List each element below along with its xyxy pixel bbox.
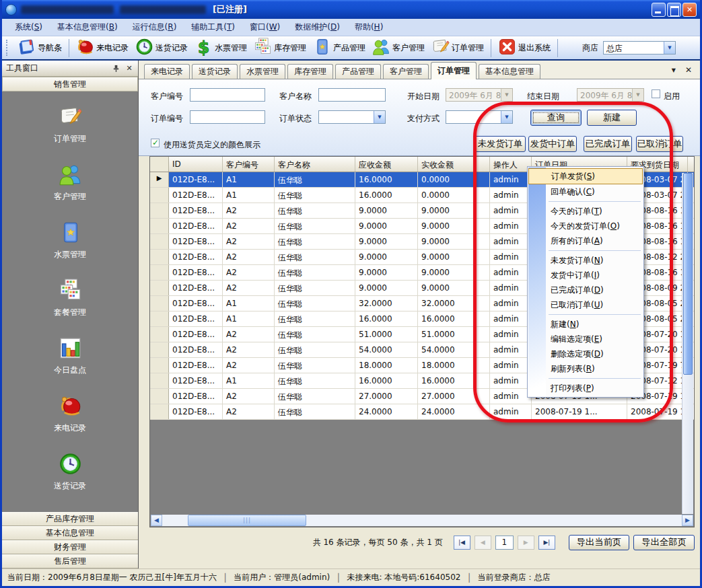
tab-close-icon[interactable]: ✕ — [685, 65, 692, 75]
horizontal-scrollbar-thumb[interactable]: ||| — [188, 515, 306, 526]
tab-基本信息管理[interactable]: 基本信息管理 — [479, 64, 540, 79]
column-header[interactable]: 实收金额 — [418, 157, 490, 172]
menubar-item[interactable]: 窗口(W) — [242, 19, 287, 36]
row-selector-cell[interactable] — [150, 342, 169, 357]
courier-color-checkbox[interactable] — [151, 139, 160, 147]
row-selector-cell[interactable] — [150, 373, 169, 388]
toolbar-button-alarm-bell[interactable]: 来电记录 — [73, 38, 132, 58]
sidebar-item-clock[interactable]: 送货记录 — [54, 452, 86, 492]
query-button[interactable]: 查询 — [530, 110, 582, 126]
row-selector-cell[interactable]: ▶ — [150, 172, 169, 187]
pay-method-select[interactable]: ▼ — [446, 110, 513, 124]
column-header[interactable]: 客户编号 — [223, 157, 275, 172]
order-no-input[interactable] — [190, 110, 265, 124]
toolbar-button-calendar-grid[interactable]: 库存管理 — [250, 38, 310, 58]
status-filter-button[interactable]: 已取消订单 — [636, 136, 683, 152]
scroll-left-icon[interactable]: ◀ — [151, 515, 162, 526]
first-page-button[interactable]: |◀ — [454, 536, 470, 550]
toolbar-button-exit-x[interactable]: 退出系统 — [495, 38, 554, 58]
sidebar-group-button[interactable]: 产品库存管理 — [2, 512, 138, 526]
status-filter-button[interactable]: 已完成订单 — [584, 136, 632, 152]
row-selector-cell[interactable] — [150, 219, 169, 233]
export-current-page-button[interactable]: 导出当前页 — [569, 535, 630, 550]
vertical-scrollbar-thumb[interactable] — [683, 173, 693, 375]
menubar-item[interactable]: 辅助工具(T) — [184, 19, 242, 36]
context-menu-item[interactable]: 打印列表(P) — [528, 381, 643, 396]
new-button[interactable]: 新建 — [587, 110, 637, 126]
table-row[interactable]: 012D-E8...A2伍华聪24.000024.0000admin2008-0… — [150, 404, 694, 420]
menubar-item[interactable]: 基本信息管理(B) — [50, 19, 125, 36]
row-selector-cell[interactable] — [150, 311, 169, 326]
toolbar-button-card-star[interactable]: 产品管理 — [310, 38, 369, 58]
column-header[interactable]: 客户名称 — [275, 157, 355, 172]
sidebar-group-button[interactable]: 售后管理 — [2, 554, 138, 568]
row-selector-cell[interactable] — [150, 327, 169, 342]
toolbar-button-order-pen[interactable]: 订单管理 — [428, 38, 487, 58]
toolbar-button-navigator-book[interactable]: 导航条 — [14, 38, 65, 58]
menubar-item[interactable]: 帮助(H) — [347, 19, 390, 36]
tab-来电记录[interactable]: 来电记录 — [144, 64, 190, 79]
row-selector-cell[interactable] — [150, 250, 169, 264]
row-selector-cell[interactable] — [150, 389, 169, 404]
minimize-button[interactable] — [652, 3, 666, 17]
status-filter-button[interactable]: 未发货订单 — [475, 136, 526, 152]
row-selector-cell[interactable] — [150, 296, 169, 311]
context-menu-item[interactable]: 未发货订单(N) — [528, 253, 643, 268]
context-menu-item[interactable]: 今天的发货订单(O) — [528, 219, 643, 233]
menubar-item[interactable]: 运行信息(R) — [125, 19, 184, 36]
enable-checkbox[interactable] — [652, 89, 660, 98]
sidebar-group-sales[interactable]: 销售管理 — [2, 77, 138, 91]
row-selector-cell[interactable] — [150, 281, 169, 295]
horizontal-scrollbar[interactable]: ◀ ||| ▶ — [151, 515, 693, 526]
column-header[interactable]: 操作人 — [490, 157, 532, 172]
context-menu-item[interactable]: 订单发货(S) — [528, 168, 643, 184]
order-status-select[interactable]: ▼ — [318, 110, 386, 124]
row-selector-cell[interactable] — [150, 404, 169, 419]
context-menu-item[interactable]: 今天的订单(T) — [528, 204, 643, 219]
context-menu-item[interactable]: 新建(N) — [528, 317, 643, 332]
maximize-button[interactable] — [667, 3, 681, 17]
context-menu-item[interactable]: 已完成订单(D) — [528, 283, 643, 297]
next-page-button[interactable]: ▶ — [518, 536, 534, 550]
sidebar-item-people[interactable]: 客户管理 — [54, 163, 86, 203]
tab-产品管理[interactable]: 产品管理 — [335, 64, 381, 79]
tab-list-dropdown-icon[interactable]: ▼ — [672, 67, 676, 73]
row-selector-cell[interactable] — [150, 188, 169, 203]
context-menu-item[interactable]: 所有的订单(A) — [528, 233, 643, 248]
scroll-right-icon[interactable]: ▶ — [682, 515, 693, 526]
shop-select[interactable]: 总店▼ — [603, 41, 676, 54]
sidebar-group-button[interactable]: 基本信息管理 — [2, 526, 138, 540]
context-menu-item[interactable]: 刷新列表(R) — [528, 361, 643, 376]
export-all-pages-button[interactable]: 导出全部页 — [633, 535, 695, 550]
sidebar-item-card-star[interactable]: 水票管理 — [54, 221, 86, 260]
tab-订单管理[interactable]: 订单管理 — [431, 62, 477, 79]
context-menu-item[interactable]: 发货中订单(I) — [528, 268, 643, 283]
context-menu-item[interactable]: 删除选定项(D) — [528, 346, 643, 361]
pin-icon[interactable] — [111, 64, 120, 73]
column-header[interactable]: ID — [169, 157, 223, 172]
row-selector-cell[interactable] — [150, 234, 169, 249]
customer-name-input[interactable] — [318, 88, 386, 102]
toolbar-button-dollar[interactable]: $水票管理 — [191, 38, 250, 58]
row-selector-cell[interactable] — [150, 265, 169, 280]
toolbar-button-people[interactable]: 客户管理 — [369, 38, 428, 58]
tab-水票管理[interactable]: 水票管理 — [240, 64, 285, 79]
row-selector-cell[interactable] — [150, 203, 169, 218]
prev-page-button[interactable]: ◀ — [475, 536, 491, 550]
end-date-picker[interactable]: 2009年 6月 8日 ▼ — [577, 88, 644, 102]
vertical-scrollbar[interactable] — [682, 173, 693, 514]
page-number-input[interactable]: 1 — [495, 536, 514, 550]
start-date-picker[interactable]: 2009年 6月 8日 ▼ — [446, 88, 513, 102]
context-menu-item[interactable]: 已取消订单(U) — [528, 297, 643, 312]
customer-no-input[interactable] — [190, 88, 265, 102]
last-page-button[interactable]: ▶| — [538, 536, 555, 550]
sidebar-item-calendar-grid[interactable]: 套餐管理 — [54, 279, 86, 318]
toolbar-button-clock[interactable]: 送货记录 — [132, 38, 191, 58]
sidebar-item-order-pen[interactable]: 订单管理 — [54, 105, 86, 145]
menubar-item[interactable]: 数据维护(D) — [287, 19, 347, 36]
context-menu-item[interactable]: 编辑选定项(E) — [528, 332, 643, 346]
row-selector-cell[interactable] — [150, 358, 169, 373]
tab-库存管理[interactable]: 库存管理 — [287, 64, 333, 79]
menubar-item[interactable]: 系统(S) — [7, 19, 50, 36]
close-button[interactable]: ✕ — [682, 3, 697, 17]
